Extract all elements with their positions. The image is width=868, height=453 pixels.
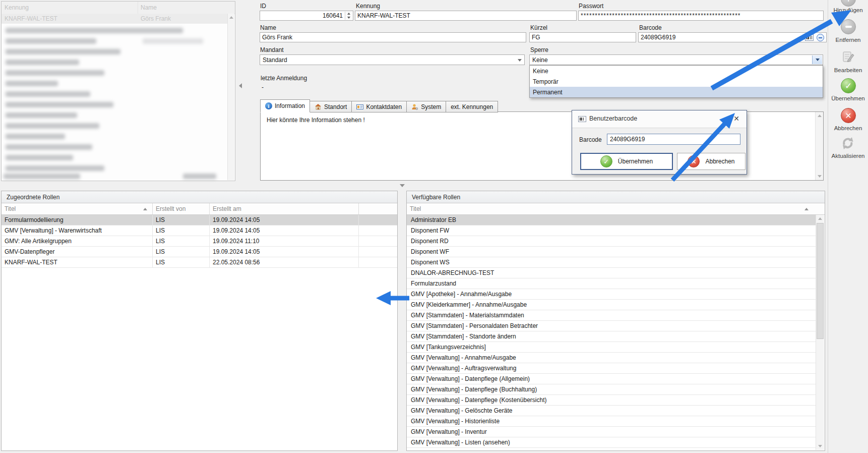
table-row[interactable]: FormularmodellierungLIS19.09.2024 14:05 [2,215,397,225]
table-row[interactable]: Disponent WS [407,257,816,268]
chevron-down-icon [518,59,522,62]
name-field[interactable]: Görs Frank [260,32,526,42]
id-value: 160641 [323,12,343,19]
tab-standort[interactable]: Standort [310,101,352,112]
users-list-row[interactable]: KNARF-WAL-TEST Görs Frank [2,14,227,24]
users-col-kennung[interactable]: Kennung [5,4,29,11]
barcode-label: Barcode [639,24,662,31]
chevron-down-icon [816,59,820,61]
dialog-barcode-input[interactable]: 24089G6919 [607,134,740,145]
splitter-collapse-down-icon[interactable] [400,184,405,187]
table-row[interactable]: DNALOR-ABRECHNUG-TEST [407,268,816,278]
assigned-roles-caption: Zugeordnete Rollen [2,191,397,203]
scroll-up-button[interactable] [228,14,234,21]
table-row[interactable]: GMV [Tankungsverzeichnis] [407,342,816,353]
dialog-barcode-value: 24089G6919 [610,136,645,143]
panel-title: Verfügbare Rollen [412,194,460,201]
available-roles-scrollbar[interactable] [816,215,824,450]
table-row[interactable]: GMV [Stammdaten] - Materialstammdaten [407,310,816,321]
panel-title: Zugeordnete Rollen [7,194,59,201]
table-row[interactable]: Disponent RD [407,236,816,247]
table-row[interactable]: GMV [Verwaltung] - Datenpflege (Kostenüb… [407,395,816,406]
table-row[interactable]: Disponent WF [407,247,816,257]
scroll-up-button[interactable] [816,112,823,120]
sperre-dropdown-button[interactable] [812,55,822,64]
kuerzel-field[interactable]: FG [529,32,636,42]
table-cell: GMV [Verwaltung] - Inventur [407,427,816,437]
close-icon[interactable]: ✕ [732,115,740,123]
table-row[interactable]: Disponent FW [407,225,816,236]
sperre-value: Keine [532,56,548,64]
dialog-uebernehmen-button[interactable]: ✓ Übernehmen [580,153,673,170]
table-row[interactable]: GMV [Verwaltung] - Listen (ansehen) [407,437,816,448]
table-row[interactable]: GMV: Alle ArtikelgruppenLIS19.09.2024 11… [2,236,397,247]
tab-ext-kennungen[interactable]: ext. Kennungen [446,101,498,112]
button-label: Entfernen [828,37,868,43]
button-label: Übernehmen [618,158,653,165]
information-scrollbar[interactable] [815,112,823,180]
kennung-field[interactable]: KNARF-WAL-TEST [355,11,577,21]
scrollbar-thumb[interactable] [817,223,824,339]
table-cell [359,225,397,236]
column-header-erstellt-von[interactable]: Erstellt von [153,203,210,214]
letzte-anmeldung-label: letzte Anmeldung [261,75,307,82]
arrow-down-icon [818,445,822,447]
id-field[interactable]: 160641 [260,11,353,21]
table-row[interactable]: GMV-DatenpflegerLIS19.09.2024 14:05 [2,247,397,257]
sperre-combo[interactable]: Keine [529,54,823,65]
table-cell: Disponent WF [407,247,816,257]
id-spinner[interactable] [345,12,352,20]
arrow-down-icon [818,175,822,178]
sperre-option[interactable]: Temporär [530,76,823,87]
table-cell [359,247,397,257]
table-cell: GMV [Verwaltung] - Gelöschte Geräte [407,406,816,416]
table-row[interactable]: Administrator EB [407,215,816,225]
refresh-icon [841,136,855,150]
remove-barcode-icon[interactable] [817,34,824,41]
column-header-titel[interactable]: Titel [407,203,825,214]
table-cell: 19.09.2024 14:05 [210,225,359,236]
users-scrollbar[interactable] [227,14,234,180]
table-row[interactable]: GMV [Verwaltung] - Gelöschte Geräte [407,406,816,416]
splitter-collapse-left-icon[interactable] [239,83,242,88]
mandant-combo[interactable]: Standard [260,54,525,65]
table-row[interactable]: GMV [Apotheke] - Annahme/Ausgabe [407,289,816,300]
passwort-field[interactable]: ****************************************… [578,11,824,21]
table-row[interactable]: GMV [Verwaltung] - Annahme/Ausgabe [407,353,816,363]
table-cell [359,257,397,267]
sperre-option[interactable]: Permanent [530,87,823,97]
tab-system[interactable]: System [407,101,446,112]
remove-circle-icon [841,19,856,34]
table-row[interactable]: GMV [Verwaltung] - Historienliste [407,416,816,427]
info-icon: i [265,102,272,109]
scroll-up-button[interactable] [816,215,824,222]
tab-kontaktdaten[interactable]: Kontaktdaten [352,101,407,112]
table-row[interactable]: GMV [Verwaltung] - Datenpflege (Allgemei… [407,374,816,384]
scroll-down-button[interactable] [816,173,823,180]
dialog-titlebar[interactable]: Benutzerbarcode ✕ [572,110,747,128]
column-header-titel[interactable]: Titel [2,203,153,214]
table-row[interactable]: GMV [Verwaltung] - Auftragsverwaltung [407,363,816,374]
tab-information[interactable]: i Information [260,99,310,112]
table-row[interactable]: Formularzustand [407,278,816,289]
table-row[interactable]: GMV [Stammdaten] - Personaldaten Betrach… [407,321,816,331]
table-cell: GMV [Kleiderkammer] - Annahme/Ausgabe [407,300,816,310]
button-label: Bearbeiten [828,67,868,73]
table-row[interactable]: GMV [Verwaltung] - WarenwirtschaftLIS19.… [2,225,397,236]
home-icon [315,103,322,110]
barcode-icon[interactable] [805,34,814,41]
table-cell: GMV [Verwaltung] - Datenpflege (Allgemei… [407,374,816,384]
users-col-name[interactable]: Name [141,4,157,11]
table-row[interactable]: GMV [Verwaltung] - Inventur [407,427,816,437]
table-row[interactable]: GMV [Kleiderkammer] - Annahme/Ausgabe [407,300,816,310]
table-row[interactable]: KNARF-WAL-TESTLIS22.05.2024 08:56 [2,257,397,268]
barcode-field[interactable]: 24089G6919 [638,32,827,42]
table-cell: 19.09.2024 14:05 [210,215,359,225]
column-header-erstellt-am[interactable]: Erstellt am [210,203,359,214]
sperre-option[interactable]: Keine [530,66,823,76]
table-row[interactable]: GMV [Stammdaten] - Standorte ändern [407,331,816,342]
table-row[interactable]: GMV [Verwaltung] - Datenpflege (Buchhalt… [407,384,816,395]
available-roles-caption: Verfügbare Rollen [407,191,825,203]
scroll-down-button[interactable] [816,442,824,450]
dialog-abbrechen-button[interactable]: ✕ Abbrechen [677,153,746,170]
